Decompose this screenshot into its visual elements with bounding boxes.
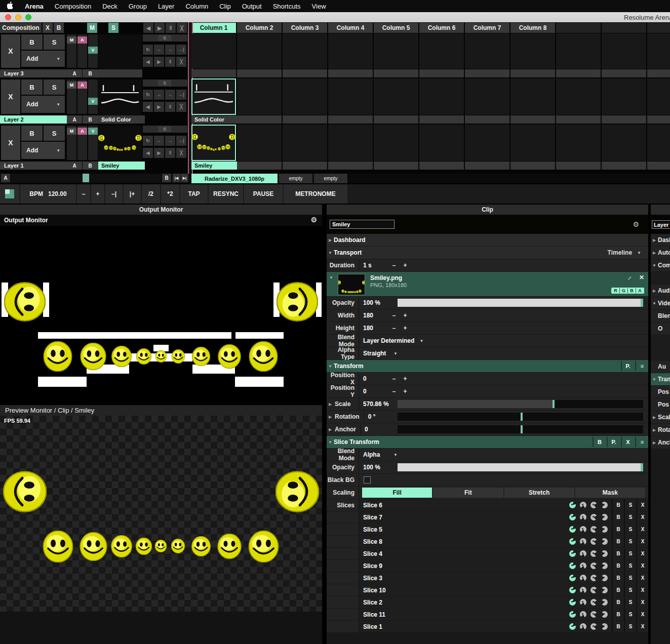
slice-row[interactable]: Slice 10BSX (327, 584, 648, 596)
collapse-arrow-icon[interactable]: ▼ (651, 301, 658, 306)
layer-blend-add-dropdown[interactable]: Add▼ (21, 96, 65, 113)
slice-mask-icon-2[interactable] (580, 526, 586, 533)
hold-end-button[interactable]: →| (176, 136, 186, 146)
fader-handle-v[interactable]: V (88, 98, 98, 105)
clip-cell[interactable] (510, 78, 555, 115)
menu-item-composition[interactable]: Composition (55, 3, 91, 10)
slice-mask-icon-3[interactable] (590, 538, 597, 545)
scale-value[interactable]: 570.86 % (359, 400, 389, 408)
layer-name-1[interactable]: Layer 3 (0, 69, 70, 77)
layer-panel-row-vide[interactable]: ▼Vide (651, 297, 670, 309)
layer-panel-row-scale[interactable]: ▶Scale (651, 411, 670, 423)
slice-name[interactable]: Slice 7 (359, 514, 569, 521)
slice-x-button[interactable]: X (636, 621, 648, 632)
layer-panel-row-rota[interactable]: ▶Rota (651, 424, 670, 436)
clip-cell[interactable] (465, 78, 509, 115)
clip-cell[interactable] (328, 33, 373, 69)
slice-transform-section-header[interactable]: ▼ Slice Transform B P. X ≡ (327, 436, 648, 448)
clip-prev-button[interactable]: ◀ (143, 148, 153, 158)
comp-random-button[interactable]: ╳ (177, 23, 187, 33)
collapse-arrow-icon[interactable]: ▶ (327, 238, 334, 243)
slice-mask-icon-1[interactable] (569, 502, 576, 508)
layer-panel-row-aud[interactable]: ▶Aud (651, 285, 670, 297)
transform-menu-button[interactable]: ≡ (635, 361, 648, 371)
channel-button-r[interactable]: R (612, 288, 620, 293)
clip-prev-button[interactable]: ◀ (143, 57, 153, 67)
position-y-increment-button[interactable]: + (400, 388, 411, 395)
column-header-6[interactable]: Column 6 (419, 23, 464, 33)
layer-blend-add-dropdown[interactable]: Add▼ (21, 51, 65, 67)
collapse-arrow-icon[interactable]: ▼ (327, 440, 334, 445)
column-header-8[interactable]: Column 8 (510, 23, 555, 33)
slice-s-button[interactable]: S (624, 511, 636, 523)
clip-prev-button[interactable]: ◀ (143, 102, 153, 112)
metronome-indicator[interactable] (0, 184, 19, 204)
menu-item-column[interactable]: Column (185, 3, 208, 10)
menu-item-layer[interactable]: Layer (158, 3, 175, 10)
layer-panel-row-o[interactable]: O (651, 323, 670, 335)
clip-cell[interactable] (556, 78, 601, 115)
bpm-button-metronome[interactable]: METRONOME (284, 184, 347, 204)
slice-mask-icon-1[interactable] (569, 514, 576, 520)
slice-s-button[interactable]: S (624, 609, 636, 620)
output-monitor-gear-icon[interactable]: ⚙ (310, 216, 317, 224)
slice-close-button[interactable]: X (621, 437, 634, 447)
clip-cell[interactable] (191, 125, 236, 161)
width-increment-button[interactable]: + (400, 312, 411, 319)
menu-item-group[interactable]: Group (129, 3, 147, 10)
clip-random-button[interactable]: ╳ (176, 148, 186, 158)
slice-opacity-slider[interactable] (398, 463, 643, 471)
slice-mask-icon-4[interactable] (601, 562, 608, 569)
play-once-button[interactable]: → (165, 90, 175, 100)
composition-clip-button[interactable]: Radarize_DXV3_1080p (191, 174, 278, 183)
slice-s-button[interactable]: S (624, 572, 636, 584)
source-file-header[interactable]: ▼ Smiley.png PNG, 180x180 ↔ ✕ RGBA (327, 272, 648, 296)
slice-x-button[interactable]: X (636, 609, 648, 620)
fader-handle-v[interactable]: V (88, 47, 98, 54)
skip-forward-button[interactable]: ▶| (181, 174, 188, 182)
clip-play-button[interactable]: ▶ (154, 102, 164, 112)
layer-name-box[interactable]: Layer (652, 220, 670, 229)
bpm-button--[interactable]: |+ (124, 184, 141, 204)
clip-cell[interactable] (283, 125, 327, 161)
bpm-button--[interactable]: –| (105, 184, 123, 204)
slice-params-button[interactable]: P. (607, 437, 620, 447)
clip-cell[interactable] (602, 78, 646, 115)
bounce-mode-button[interactable]: ↔ (154, 45, 164, 55)
collapse-arrow-icon[interactable]: ▶ (651, 251, 658, 255)
hold-end-button[interactable]: →| (176, 90, 186, 100)
composition-solo-button[interactable]: S (108, 23, 119, 33)
crossfader-assign-a[interactable]: A (67, 162, 82, 170)
collapse-arrow-icon[interactable]: ▶ (651, 428, 658, 432)
slice-b-button[interactable]: B (612, 560, 624, 572)
bounce-mode-button[interactable]: ↔ (154, 90, 164, 100)
layer-solo-button[interactable]: S (44, 34, 65, 50)
height-value[interactable]: 180 (359, 325, 388, 332)
slice-mask-icon-3[interactable] (590, 514, 597, 520)
layer-panel-row-tran[interactable]: ▼Tran (651, 373, 670, 385)
clip-random-button[interactable]: ╳ (176, 102, 186, 112)
clip-cell[interactable] (283, 33, 327, 69)
clip-cell[interactable] (328, 78, 373, 115)
crossfader-assign-b[interactable]: B (83, 69, 98, 77)
composition-close-button[interactable]: X (43, 23, 53, 33)
blend-mode-select[interactable]: Layer Determined (359, 337, 414, 344)
width-decrement-button[interactable]: – (388, 312, 400, 319)
slice-b-button[interactable]: B (612, 548, 624, 559)
scale-slider[interactable] (398, 400, 643, 408)
slice-name[interactable]: Slice 2 (359, 599, 569, 606)
slice-mask-icon-4[interactable] (601, 623, 608, 630)
composition-label[interactable]: Composition (0, 23, 42, 33)
clip-cell[interactable] (602, 125, 646, 161)
layer-bypass-button[interactable]: B (21, 34, 43, 50)
column-header-2[interactable]: Column 2 (237, 23, 282, 33)
empty-clip-button-1[interactable]: empty (279, 174, 312, 183)
clip-cell[interactable] (419, 78, 464, 115)
position-x-increment-button[interactable]: + (400, 375, 411, 382)
slice-mask-icon-1[interactable] (569, 611, 576, 618)
clip-cell[interactable] (283, 78, 327, 115)
play-once-button[interactable]: → (165, 45, 175, 55)
slice-s-button[interactable]: S (624, 524, 636, 535)
slice-s-button[interactable]: S (624, 596, 636, 608)
expand-icon[interactable]: ↔ (626, 274, 632, 281)
